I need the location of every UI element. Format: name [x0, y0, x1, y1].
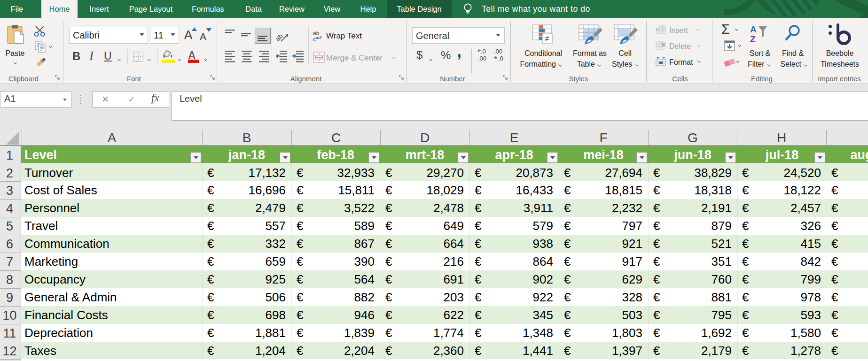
svg-text:≠: ≠ [545, 34, 549, 43]
svg-text:.0: .0 [481, 48, 486, 55]
svg-text:c: c [313, 36, 316, 42]
svg-text:Z: Z [750, 34, 756, 44]
svg-text:A: A [750, 24, 757, 34]
svg-text:.00: .00 [478, 55, 486, 62]
svg-text:.00: .00 [494, 48, 502, 55]
svg-text:ab: ab [276, 32, 284, 42]
svg-text:ab: ab [313, 30, 320, 37]
svg-text:.0: .0 [498, 55, 503, 62]
